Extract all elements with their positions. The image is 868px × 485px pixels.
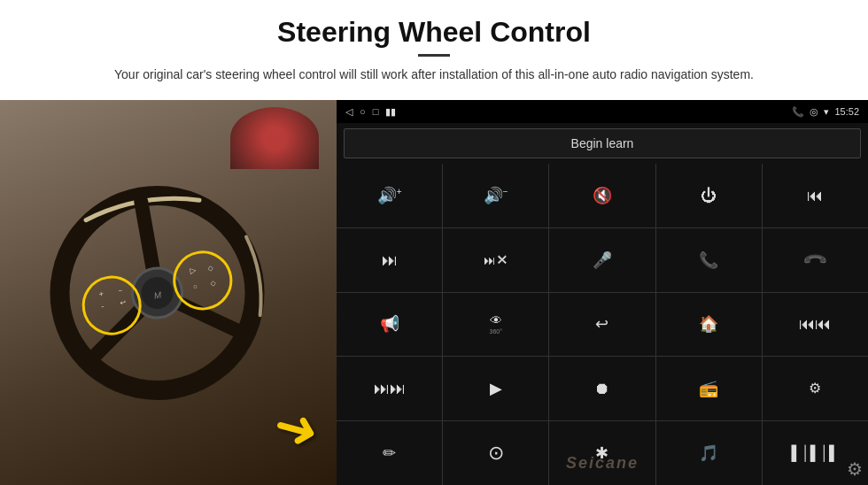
view-360-button[interactable]: 👁 360°: [443, 293, 548, 357]
call-button[interactable]: 📞: [656, 228, 762, 292]
mic-icon: 🎤: [593, 252, 612, 268]
svg-text:◇: ◇: [207, 263, 214, 272]
equalizer-icon: ▌│▌│▌: [791, 446, 839, 460]
eq-button[interactable]: ⚙: [763, 357, 868, 420]
edit-icon: ✏: [383, 445, 396, 461]
svg-text:+: +: [98, 289, 105, 298]
dot-button[interactable]: ⊙: [443, 421, 548, 485]
home-icon: 🏠: [699, 316, 718, 332]
input-button[interactable]: ⏺: [549, 357, 655, 420]
next-icon: ⏭: [382, 252, 398, 268]
music-icon: 🎵: [699, 445, 718, 461]
horn-icon: 📢: [380, 316, 399, 332]
wifi-status-icon: ▾: [824, 106, 829, 118]
header-section: Steering Wheel Control Your original car…: [0, 0, 868, 91]
power-icon: ⏻: [701, 188, 717, 204]
square-icon: □: [373, 106, 379, 117]
svg-text:-: -: [100, 301, 105, 310]
back-icon: ↩: [595, 316, 608, 332]
fast-fwd-icon: ⏭✕: [484, 254, 508, 266]
location-status-icon: ◎: [810, 106, 818, 118]
ff-button[interactable]: ⏭⏭: [337, 357, 442, 420]
vol-up-button[interactable]: 🔊+: [337, 164, 442, 227]
sim-icon: ▮▮: [385, 106, 396, 118]
steering-wheel-svg: M + ~ - ↩ ▷ ◇ ○ ◇: [29, 165, 286, 421]
hang-up-button[interactable]: 📞: [763, 228, 868, 292]
time-display: 15:52: [834, 106, 859, 117]
prev-track-button[interactable]: ⏮: [763, 164, 868, 227]
right-panel: ◁ ○ □ ▮▮ 📞 ◎ ▾ 15:52 Begin learn: [337, 100, 868, 485]
begin-learn-button[interactable]: Begin learn: [344, 128, 861, 158]
svg-text:○: ○: [192, 282, 198, 291]
nav-button[interactable]: ▶: [443, 357, 548, 420]
page-title: Steering Wheel Control: [35, 16, 833, 49]
home-button[interactable]: 🏠: [656, 293, 762, 357]
view-360-label: 360°: [490, 328, 502, 335]
vol-up-icon: 🔊+: [377, 188, 402, 204]
music-button[interactable]: 🎵: [656, 421, 762, 485]
rewind-icon: ⏮⏮: [799, 316, 831, 332]
begin-learn-row: Begin learn: [337, 123, 868, 164]
svg-text:~: ~: [118, 286, 123, 295]
status-bar: ◁ ○ □ ▮▮ 📞 ◎ ▾ 15:52: [337, 100, 868, 123]
prev-track-icon: ⏮: [807, 188, 823, 204]
home-circle-icon: ○: [360, 106, 366, 117]
page-container: Steering Wheel Control Your original car…: [0, 0, 868, 485]
title-divider: [418, 54, 450, 57]
svg-text:▷: ▷: [190, 266, 198, 275]
bluetooth-button[interactable]: ✱: [549, 421, 655, 485]
mute-button[interactable]: 🔇: [549, 164, 655, 227]
edit-button[interactable]: ✏: [337, 421, 442, 485]
nav-icon: ▶: [490, 381, 502, 396]
radio-button[interactable]: 📻: [656, 357, 762, 420]
subtitle: Your original car's steering wheel contr…: [89, 65, 779, 84]
mic-button[interactable]: 🎤: [549, 228, 655, 292]
status-right: 📞 ◎ ▾ 15:52: [792, 106, 859, 118]
gear-icon: ⚙: [847, 459, 863, 479]
bluetooth-icon: ✱: [595, 445, 608, 461]
status-left: ◁ ○ □ ▮▮: [345, 106, 396, 118]
vol-down-icon: 🔊−: [484, 188, 508, 204]
call-icon: 📞: [699, 252, 718, 268]
back-button[interactable]: ↩: [549, 293, 655, 357]
back-arrow-icon: ◁: [345, 106, 353, 118]
fast-fwd-button[interactable]: ⏭✕: [443, 228, 548, 292]
svg-text:◇: ◇: [210, 279, 217, 288]
view-360-icon: 👁: [490, 314, 502, 327]
rewind-button[interactable]: ⏮⏮: [763, 293, 868, 357]
control-grid: 🔊+ 🔊− 🔇 ⏻ ⏮ ⏭ ⏭✕: [337, 164, 868, 485]
hang-up-icon: 📞: [802, 248, 827, 273]
vol-down-button[interactable]: 🔊−: [443, 164, 548, 227]
eq-icon: ⚙: [809, 381, 821, 396]
input-icon: ⏺: [594, 381, 610, 396]
dot-icon: ⊙: [488, 443, 504, 463]
settings-gear-button[interactable]: ⚙: [847, 458, 863, 480]
radio-icon: 📻: [699, 381, 718, 396]
next-button[interactable]: ⏭: [337, 228, 442, 292]
content-row: M + ~ - ↩ ▷ ◇ ○ ◇ ➜: [0, 100, 868, 485]
left-panel: M + ~ - ↩ ▷ ◇ ○ ◇ ➜: [0, 100, 337, 485]
power-button[interactable]: ⏻: [656, 164, 762, 227]
mute-icon: 🔇: [593, 188, 612, 204]
phone-status-icon: 📞: [792, 106, 804, 118]
svg-text:↩: ↩: [120, 298, 127, 307]
horn-button[interactable]: 📢: [337, 293, 442, 357]
gauge-area: [230, 107, 319, 169]
ff-icon: ⏭⏭: [374, 381, 406, 396]
